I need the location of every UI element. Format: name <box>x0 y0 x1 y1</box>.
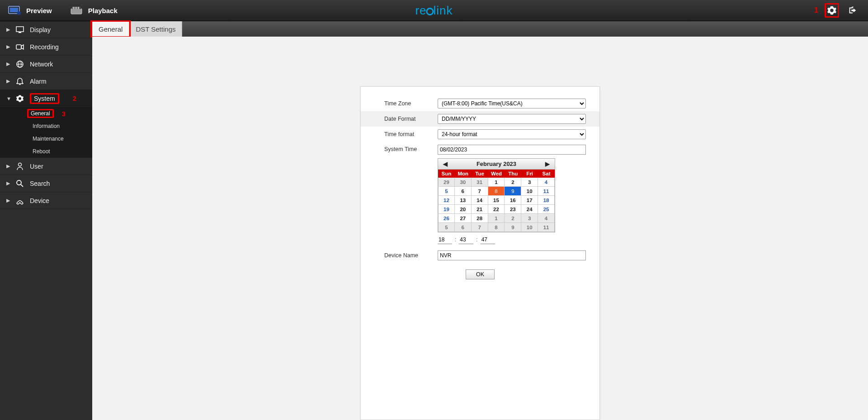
sidebar-label: User <box>30 163 43 170</box>
calendar-day-cell[interactable]: 29 <box>438 178 455 187</box>
sidebar-sub-maintenance[interactable]: Maintenance <box>0 132 92 145</box>
calendar-day-cell[interactable]: 2 <box>505 178 521 187</box>
calendar-dow-cell: Fri <box>521 170 538 178</box>
tab-dst-settings[interactable]: DST Settings <box>129 21 182 37</box>
sidebar-label: Search <box>30 180 50 187</box>
calendar-day-cell[interactable]: 13 <box>455 196 472 205</box>
calendar-day-cell[interactable]: 3 <box>521 178 538 187</box>
calendar-day-cell[interactable]: 8 <box>488 223 505 232</box>
label-systemtime: System Time <box>384 145 438 152</box>
input-minute[interactable] <box>459 235 473 244</box>
sidebar-label: Display <box>30 26 51 33</box>
alarm-icon <box>15 77 24 85</box>
sidebar-item-search[interactable]: ▶ Search <box>0 175 92 192</box>
calendar-day-cell[interactable]: 20 <box>455 205 472 214</box>
calendar-day-cell[interactable]: 4 <box>538 178 555 187</box>
calendar-day-cell[interactable]: 12 <box>438 196 455 205</box>
calendar-day-cell[interactable]: 9 <box>505 187 521 196</box>
calendar-day-cell[interactable]: 10 <box>521 223 538 232</box>
chevron-right-icon: ▶ <box>6 61 10 67</box>
nav-playback[interactable]: Playback <box>70 6 118 15</box>
calendar-day-cell[interactable]: 15 <box>488 196 505 205</box>
colon: : <box>455 236 456 243</box>
sidebar-item-device[interactable]: ▶ Device <box>0 192 92 209</box>
calendar-day-cell[interactable]: 7 <box>472 187 488 196</box>
brand-o-icon <box>426 8 434 15</box>
system-icon <box>15 94 24 103</box>
calendar-day-cell[interactable]: 7 <box>472 223 488 232</box>
calendar-day-cell[interactable]: 11 <box>538 223 555 232</box>
sidebar-label: Alarm <box>30 78 47 85</box>
calendar-day-cell[interactable]: 24 <box>521 205 538 214</box>
sidebar-sub-reboot[interactable]: Reboot <box>0 145 92 158</box>
calendar-day-cell[interactable]: 19 <box>438 205 455 214</box>
sidebar-sub-label: Information <box>33 123 60 129</box>
calendar-day-cell[interactable]: 3 <box>521 214 538 223</box>
calendar-day-cell[interactable]: 5 <box>438 187 455 196</box>
calendar-day-cell[interactable]: 9 <box>505 223 521 232</box>
input-second[interactable] <box>481 235 495 244</box>
calendar-day-cell[interactable]: 10 <box>521 187 538 196</box>
calendar-dow-cell: Tue <box>472 170 488 178</box>
nav-preview[interactable]: Preview <box>8 6 52 15</box>
gear-icon <box>827 5 837 15</box>
calendar-next-button[interactable]: ▶ <box>543 160 552 167</box>
chevron-right-icon: ▶ <box>6 78 10 84</box>
calendar-day-cell[interactable]: 11 <box>538 187 555 196</box>
sidebar-item-alarm[interactable]: ▶ Alarm <box>0 73 92 90</box>
select-timezone[interactable]: (GMT-8:00) Pacific Time(US&CA) <box>438 99 586 109</box>
sidebar-item-display[interactable]: ▶ Display <box>0 21 92 38</box>
calendar-day-cell[interactable]: 27 <box>455 214 472 223</box>
input-hour[interactable] <box>438 235 452 244</box>
ok-button[interactable]: OK <box>466 269 495 279</box>
sidebar-item-network[interactable]: ▶ Network <box>0 56 92 73</box>
logout-button[interactable] <box>845 3 860 18</box>
calendar-day-cell[interactable]: 23 <box>505 205 521 214</box>
topbar-left: Preview Playback <box>0 6 118 15</box>
chevron-right-icon: ▶ <box>6 180 10 186</box>
calendar-day-cell[interactable]: 31 <box>472 178 488 187</box>
calendar-day-cell[interactable]: 8 <box>488 187 505 196</box>
sidebar-item-recording[interactable]: ▶ Recording <box>0 38 92 56</box>
svg-rect-7 <box>76 7 77 9</box>
sidebar-label: System <box>34 95 55 102</box>
sidebar-item-system[interactable]: ▼ System 2 <box>0 90 92 107</box>
calendar-body: 2930311234567891011121314151617181920212… <box>438 178 555 232</box>
row-timeformat: Time format 24-hour format <box>361 127 599 142</box>
calendar-day-cell[interactable]: 17 <box>521 196 538 205</box>
calendar-day-cell[interactable]: 2 <box>505 214 521 223</box>
calendar-day-cell[interactable]: 6 <box>455 187 472 196</box>
calendar-day-cell[interactable]: 21 <box>472 205 488 214</box>
calendar-day-cell[interactable]: 16 <box>505 196 521 205</box>
calendar-header: ◀ February 2023 ▶ <box>438 159 555 170</box>
select-timeformat[interactable]: 24-hour format <box>438 129 586 139</box>
chevron-down-icon: ▼ <box>6 96 10 101</box>
sidebar-sub-general[interactable]: General 3 <box>0 107 92 120</box>
sidebar-sub-information[interactable]: Information <box>0 120 92 132</box>
settings-button[interactable] <box>825 3 839 18</box>
sidebar-item-user[interactable]: ▶ User <box>0 158 92 175</box>
svg-point-17 <box>17 180 21 185</box>
label-dateformat: Date Format <box>384 116 438 122</box>
calendar-day-cell[interactable]: 1 <box>488 178 505 187</box>
input-systemtime[interactable] <box>438 145 586 155</box>
calendar-day-cell[interactable]: 30 <box>455 178 472 187</box>
calendar-day-cell[interactable]: 6 <box>455 223 472 232</box>
calendar-day-cell[interactable]: 18 <box>538 196 555 205</box>
calendar-day-cell[interactable]: 25 <box>538 205 555 214</box>
calendar-day-cell[interactable]: 4 <box>538 214 555 223</box>
calendar-day-cell[interactable]: 1 <box>488 214 505 223</box>
tab-general[interactable]: General <box>92 21 129 37</box>
calendar-day-cell[interactable]: 26 <box>438 214 455 223</box>
calendar-prev-button[interactable]: ◀ <box>441 160 450 167</box>
select-dateformat[interactable]: DD/MM/YYYY <box>438 114 586 124</box>
sidebar-system-submenu: General 3 Information Maintenance Reboot <box>0 107 92 158</box>
calendar-day-cell[interactable]: 14 <box>472 196 488 205</box>
calendar-day-cell[interactable]: 5 <box>438 223 455 232</box>
calendar-day-cell[interactable]: 22 <box>488 205 505 214</box>
input-devicename[interactable] <box>438 250 586 260</box>
calendar-day-cell[interactable]: 28 <box>472 214 488 223</box>
brand-logo: relink <box>415 4 453 18</box>
brand-left: re <box>415 4 426 17</box>
preview-icon <box>8 6 22 15</box>
